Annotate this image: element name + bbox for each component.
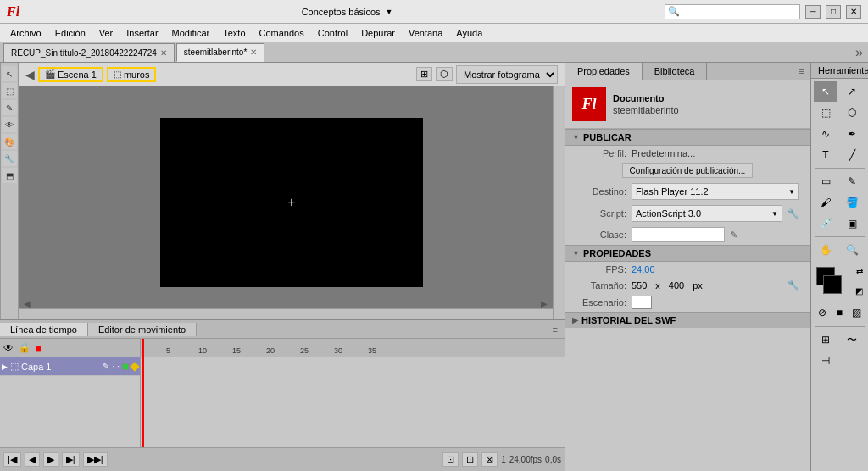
layer-eye-icon[interactable]: · (112, 362, 114, 371)
tl-onion-edit[interactable]: ⊠ (481, 452, 498, 467)
tab-bar: RECUP_Sin título-2_20180422224724 ✕ stee… (0, 42, 868, 63)
stage-canvas[interactable]: + (160, 118, 423, 287)
tool-free-transform[interactable]: ⬚ (814, 103, 837, 123)
scroll-left-arrow[interactable]: ◀ (24, 299, 31, 308)
tool-snap-to[interactable]: ⊞ (814, 330, 837, 350)
scroll-bottom[interactable] (19, 308, 553, 319)
lock-icon: 🔒 (19, 342, 31, 353)
tool-snap[interactable]: 🔧 (2, 151, 17, 166)
playhead[interactable] (142, 339, 144, 357)
tool-eraser[interactable]: ▣ (840, 213, 864, 234)
clase-edit-icon[interactable]: ✎ (730, 230, 737, 241)
view-dropdown[interactable]: Mostrar fotograma (456, 65, 558, 84)
scroll-right[interactable] (553, 86, 565, 319)
tool-pen[interactable]: ✒ (840, 124, 864, 144)
escenario-color[interactable] (632, 296, 652, 309)
close-button[interactable]: ✕ (846, 5, 861, 19)
tool-color[interactable]: 🎨 (2, 134, 17, 149)
layer-lock-toggle[interactable]: · (117, 362, 120, 371)
menu-edicion[interactable]: Edición (48, 26, 92, 40)
tool-lasso[interactable]: ∿ (814, 124, 837, 144)
tool-zoom[interactable]: 🔍 (840, 240, 864, 260)
color-gradient[interactable]: ▨ (849, 302, 865, 323)
menu-ver[interactable]: Ver (92, 26, 120, 40)
tool-subselect[interactable]: ↗ (840, 81, 864, 102)
tamano-wrench-icon[interactable]: 🔧 (787, 280, 799, 291)
color-stroke-none[interactable]: ⊘ (815, 302, 830, 323)
publicar-section-header[interactable]: ▼ PUBLICAR (565, 129, 810, 146)
tl-last-frame[interactable]: ▶▶| (83, 452, 108, 467)
stage-settings-btn[interactable]: ⬡ (436, 67, 453, 81)
title-dropdown-arrow[interactable]: ▼ (386, 8, 393, 16)
color-fill-black[interactable]: ■ (832, 302, 847, 323)
tool-text[interactable]: T (814, 145, 837, 165)
menu-control[interactable]: Control (311, 26, 354, 40)
menu-ventana[interactable]: Ventana (402, 26, 449, 40)
scene-chip[interactable]: 🎬 Escena 1 (38, 67, 103, 82)
default-colors-btn[interactable]: ◩ (855, 286, 863, 296)
tool-arrow[interactable]: ↖ (814, 81, 837, 102)
tool-edit1[interactable]: ✎ (2, 100, 17, 115)
tab-timeline[interactable]: Línea de tiempo (0, 323, 88, 336)
tool-eyedropper[interactable]: 💉 (814, 213, 837, 234)
tool-transform[interactable]: ⬚ (2, 83, 17, 98)
menu-insertar[interactable]: Insertar (120, 26, 164, 40)
layer-chip[interactable]: ⬚ muros (107, 67, 157, 82)
tl-first-frame[interactable]: |◀ (3, 452, 21, 467)
tl-play[interactable]: ▶ (43, 452, 58, 467)
search-input[interactable] (665, 4, 800, 19)
tl-onion-next[interactable]: ⊡ (462, 452, 478, 467)
tab-recup[interactable]: RECUP_Sin título-2_20180422224724 ✕ (3, 43, 175, 62)
restore-button[interactable]: □ (826, 5, 841, 19)
menu-modificar[interactable]: Modificar (165, 26, 217, 40)
script-wrench-icon[interactable]: 🔧 (787, 208, 799, 219)
minimize-button[interactable]: ─ (805, 5, 821, 19)
tab-recup-close[interactable]: ✕ (160, 48, 167, 58)
tab-recup-label: RECUP_Sin título-2_20180422224724 (11, 48, 157, 58)
tab-steemit-close[interactable]: ✕ (250, 47, 257, 57)
tl-onion-prev[interactable]: ⊡ (442, 452, 459, 467)
tool-3d-rotate[interactable]: ⬡ (840, 103, 864, 123)
tool-rect[interactable]: ▭ (814, 171, 837, 191)
tl-prev-frame[interactable]: ◀ (25, 452, 40, 467)
script-dropdown[interactable]: ActionScript 3.0 ▼ (632, 205, 782, 222)
layer-expand-icon[interactable]: ▶ (2, 363, 8, 371)
prop-panel-menu[interactable]: ≡ (794, 63, 810, 80)
menu-ayuda[interactable]: Ayuda (449, 26, 489, 40)
clase-input[interactable] (632, 227, 725, 242)
scroll-right-arrow[interactable]: ▶ (541, 299, 548, 308)
nav-back-btn[interactable]: ◀ (25, 68, 35, 81)
destino-dropdown[interactable]: Flash Player 11.2 ▼ (632, 183, 799, 200)
tool-straighten[interactable]: ⊣ (814, 351, 837, 371)
tab-biblioteca[interactable]: Biblioteca (643, 63, 708, 80)
config-publish-btn[interactable]: Configuración de publicación... (622, 163, 754, 178)
timeline-frames-area[interactable] (141, 357, 565, 447)
menu-comandos[interactable]: Comandos (253, 26, 311, 40)
fill-color-swatch[interactable] (823, 275, 842, 294)
tool-paint-bucket[interactable]: 🪣 (840, 192, 864, 213)
panel-expand-icon[interactable]: » (850, 43, 868, 62)
tool-line[interactable]: ╱ (840, 145, 864, 165)
menu-texto[interactable]: Texto (216, 26, 252, 40)
tool-select[interactable]: ↖ (2, 66, 17, 81)
tool-pencil[interactable]: ✎ (840, 171, 864, 191)
tool-frame[interactable]: ⬒ (2, 168, 17, 183)
tool-smooth[interactable]: 〜 (840, 330, 864, 350)
tab-propiedades[interactable]: Propiedades (565, 63, 643, 80)
stage-copy-btn[interactable]: ⊞ (416, 67, 432, 81)
menu-archivo[interactable]: Archivo (3, 26, 48, 40)
tl-next-frame[interactable]: ▶| (62, 452, 80, 467)
tool-view[interactable]: 👁 (2, 117, 17, 132)
tab-steemit[interactable]: steemitlaberinto* ✕ (176, 43, 264, 62)
tool-hand[interactable]: ✋ (814, 240, 837, 260)
propiedades-section-header[interactable]: ▼ PROPIEDADES (565, 245, 810, 262)
tool-brush[interactable]: 🖌 (814, 192, 837, 213)
timeline-expand[interactable]: ≡ (546, 323, 565, 336)
layer-pencil-icon[interactable]: ✎ (103, 362, 109, 371)
swap-colors-btn[interactable]: ⇄ (856, 267, 863, 276)
tab-motion-editor[interactable]: Editor de movimiento (88, 323, 197, 336)
historial-section-header[interactable]: ▶ HISTORIAL DEL SWF (565, 312, 810, 328)
menu-bar: Archivo Edición Ver Insertar Modificar T… (0, 24, 868, 42)
menu-depurar[interactable]: Depurar (354, 26, 402, 40)
playhead-line (142, 357, 144, 447)
